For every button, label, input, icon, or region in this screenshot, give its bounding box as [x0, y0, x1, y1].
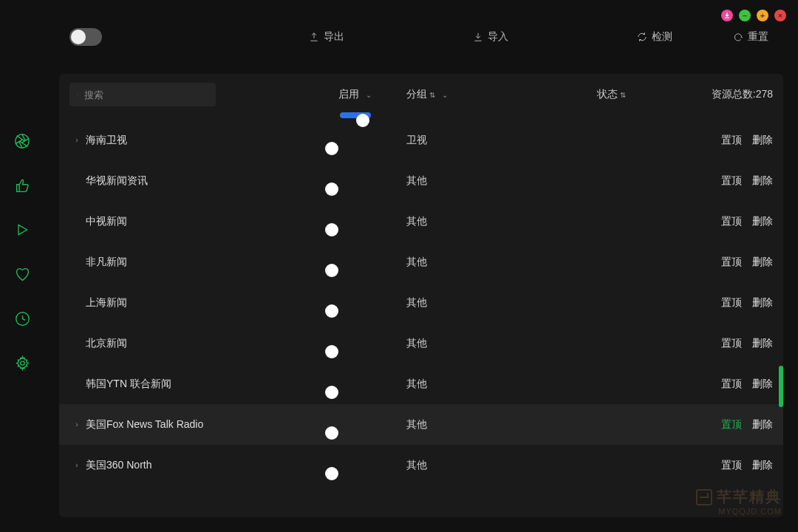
channel-name: 中视新闻	[84, 215, 127, 228]
group-label: 其他	[406, 296, 427, 310]
col-group-label[interactable]: 分组	[406, 88, 427, 101]
heart-icon[interactable]	[14, 266, 30, 282]
delete-button[interactable]: 删除	[752, 296, 773, 310]
header-row: 启用 ⌄ 分组 ⇅ ⌄ 状态 ⇅ 资源总数:278	[59, 74, 783, 114]
delete-button[interactable]: 删除	[752, 337, 773, 350]
import-button[interactable]: 导入	[464, 30, 517, 44]
table-row[interactable]: 北京新闻其他置顶删除	[59, 323, 783, 364]
channel-name: 上海新闻	[84, 296, 127, 310]
pin-button[interactable]: 置顶	[721, 296, 742, 310]
play-icon[interactable]	[14, 222, 30, 238]
aperture-icon[interactable]	[14, 133, 30, 149]
master-toggle[interactable]	[69, 28, 102, 46]
delete-button[interactable]: 删除	[752, 134, 773, 147]
group-label: 其他	[406, 174, 427, 188]
delete-button[interactable]: 删除	[752, 256, 773, 269]
table-row[interactable]: 中视新闻其他置顶删除	[59, 201, 783, 242]
toolbar: 导出 导入 检测 重置	[44, 0, 798, 74]
delete-button[interactable]: 删除	[752, 418, 773, 432]
col-enable-label[interactable]: 启用	[338, 88, 359, 101]
search-input[interactable]	[84, 89, 208, 100]
group-label: 其他	[406, 337, 427, 350]
table-row[interactable]: 华视新闻资讯其他置顶删除	[59, 160, 783, 201]
group-label: 其他	[406, 459, 427, 472]
delete-button[interactable]: 删除	[752, 378, 773, 391]
channel-name: 非凡新闻	[84, 256, 127, 269]
scrollbar-thumb[interactable]	[779, 366, 783, 407]
upload-icon	[309, 32, 319, 42]
export-button[interactable]: 导出	[300, 30, 353, 44]
table-row[interactable]: ›美国360 North其他置顶删除	[59, 445, 783, 485]
pin-button[interactable]: 置顶	[721, 174, 742, 188]
pin-button[interactable]: 置顶	[721, 378, 742, 391]
reset-icon	[733, 32, 743, 42]
delete-button[interactable]: 删除	[752, 174, 773, 188]
pin-button[interactable]: 置顶	[721, 256, 742, 269]
reset-button[interactable]: 重置	[724, 30, 777, 44]
channel-name: 海南卫视	[84, 134, 127, 147]
delete-button[interactable]: 删除	[752, 459, 773, 472]
channel-name: 韩国YTN 联合新闻	[84, 378, 171, 391]
col-status-label[interactable]: 状态	[597, 88, 618, 101]
table-row[interactable]: ›海南卫视卫视置顶删除	[59, 120, 783, 160]
chevron-down-icon[interactable]: ⌄	[442, 91, 448, 99]
download-icon	[473, 32, 483, 42]
total-count: 资源总数:278	[712, 88, 773, 101]
table-row[interactable]: 非凡新闻其他置顶删除	[59, 242, 783, 282]
expand-chevron-icon[interactable]: ›	[69, 461, 84, 469]
svg-point-2	[20, 361, 24, 364]
group-label: 卫视	[406, 134, 427, 147]
search-icon	[77, 89, 78, 100]
group-label: 其他	[406, 256, 427, 269]
detect-label: 检测	[652, 30, 672, 44]
pin-button[interactable]: 置顶	[721, 459, 742, 472]
expand-chevron-icon[interactable]: ›	[69, 420, 84, 429]
clock-icon[interactable]	[14, 310, 30, 327]
panel: 启用 ⌄ 分组 ⇅ ⌄ 状态 ⇅ 资源总数:278 ›海南卫视卫视置顶删除华视新…	[59, 74, 783, 517]
detect-button[interactable]: 检测	[628, 30, 681, 44]
expand-chevron-icon[interactable]: ›	[69, 136, 84, 144]
channel-name: 美国360 North	[84, 459, 151, 472]
pin-button[interactable]: 置顶	[721, 337, 742, 350]
import-label: 导入	[488, 30, 508, 44]
gear-icon[interactable]	[14, 355, 30, 371]
table-row[interactable]: ›美国Fox News Talk Radio其他置顶删除	[59, 404, 783, 445]
pin-button[interactable]: 置顶	[721, 418, 742, 432]
channel-name: 美国Fox News Talk Radio	[84, 418, 203, 432]
chevron-down-icon[interactable]: ⌄	[366, 91, 372, 99]
search-box[interactable]	[69, 83, 216, 106]
sidebar	[0, 0, 44, 532]
table-row[interactable]: 上海新闻其他置顶删除	[59, 282, 783, 323]
svg-point-3	[77, 94, 78, 95]
group-label: 其他	[406, 418, 427, 432]
pin-button[interactable]: 置顶	[721, 215, 742, 228]
export-label: 导出	[324, 30, 344, 44]
channel-name: 北京新闻	[84, 337, 127, 350]
sort-icon[interactable]: ⇅	[429, 91, 435, 99]
group-label: 其他	[406, 378, 427, 391]
rows-container: ›海南卫视卫视置顶删除华视新闻资讯其他置顶删除中视新闻其他置顶删除非凡新闻其他置…	[59, 118, 783, 517]
sort-icon[interactable]: ⇅	[620, 91, 626, 99]
channel-name: 华视新闻资讯	[84, 174, 148, 188]
group-label: 其他	[406, 215, 427, 228]
thumbs-up-icon[interactable]	[14, 177, 30, 194]
reset-label: 重置	[748, 30, 768, 44]
pin-button[interactable]: 置顶	[721, 134, 742, 147]
watermark-icon	[696, 489, 712, 505]
delete-button[interactable]: 删除	[752, 215, 773, 228]
watermark: 芊芊精典 MYQQJD.COM	[696, 487, 782, 516]
table-row[interactable]: 韩国YTN 联合新闻其他置顶删除	[59, 364, 783, 404]
enable-toggle[interactable]	[340, 112, 371, 118]
refresh-icon	[637, 32, 647, 42]
